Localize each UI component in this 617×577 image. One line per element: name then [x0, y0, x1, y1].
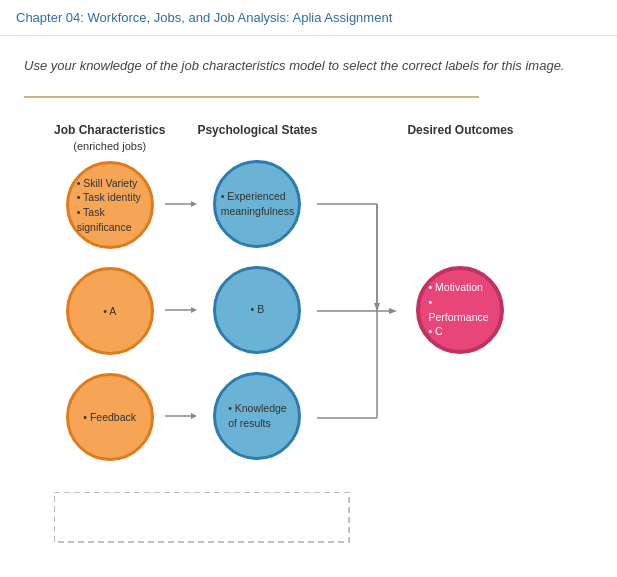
circle6-line2: of results [228, 416, 287, 431]
circle5-line1: • B [251, 302, 265, 317]
header-title: Chapter 04: Workforce, Jobs, and Job Ana… [16, 10, 392, 25]
divider [24, 96, 479, 98]
diagram: Job Characteristics(enriched jobs) • Ski… [24, 122, 593, 474]
connector-area [317, 160, 407, 474]
arrow1 [165, 194, 197, 214]
svg-marker-10 [389, 308, 397, 314]
circle-outcome: • Motivation • Performance • C [416, 266, 504, 354]
circle-knowledge: • Knowledge of results [213, 372, 301, 460]
main-content: Use your knowledge of the job characteri… [0, 36, 617, 494]
columns-wrapper: Job Characteristics(enriched jobs) • Ski… [54, 122, 513, 474]
col3-label: Desired Outcomes [407, 122, 513, 154]
col1-label: Job Characteristics(enriched jobs) [54, 122, 165, 156]
outcome-line3: • C [428, 324, 492, 339]
circle2-line1: • A [103, 304, 116, 319]
arrow3 [165, 406, 197, 426]
circle-a: • A [66, 267, 154, 355]
instruction-text: Use your knowledge of the job characteri… [24, 56, 593, 76]
circle4-line2: meaningfulness [221, 204, 295, 219]
outcome-line2: • Performance [428, 295, 492, 324]
dashed-box-area [54, 492, 354, 551]
col2-wrapper: Psychological States • Experienced meani… [197, 122, 317, 460]
circle-meaningfulness: • Experienced meaningfulness [213, 160, 301, 248]
outcome-line1: • Motivation [428, 280, 492, 295]
col2-label: Psychological States [197, 122, 317, 154]
page-header: Chapter 04: Workforce, Jobs, and Job Ana… [0, 0, 617, 36]
circle-b: • B [213, 266, 301, 354]
arrow2 [165, 300, 197, 320]
circle-feedback: • Feedback [66, 373, 154, 461]
circle1-line2: • Task identity [77, 190, 143, 205]
col1-wrapper: Job Characteristics(enriched jobs) • Ski… [54, 122, 165, 462]
arrows-col1-col2 [165, 160, 197, 460]
circle3-line1: • Feedback [83, 410, 136, 425]
circle-skill-variety: • Skill Variety • Task identity • Task s… [66, 161, 154, 249]
circle4-line1: • Experienced [221, 189, 295, 204]
circle1-line3: • Task significance [77, 205, 143, 234]
connector-svg [317, 160, 407, 470]
svg-rect-15 [54, 492, 349, 542]
circle1-line1: • Skill Variety [77, 176, 143, 191]
svg-marker-14 [374, 303, 380, 311]
circle6-line1: • Knowledge [228, 401, 287, 416]
dashed-box-svg [54, 492, 354, 547]
col3-wrapper: Desired Outcomes • Motivation • Performa… [407, 122, 513, 354]
